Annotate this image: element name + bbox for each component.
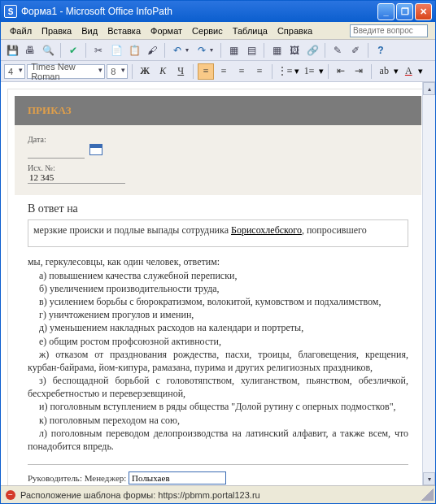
help-question-box[interactable] xyxy=(350,24,428,37)
insert-row-icon[interactable]: ▤ xyxy=(243,42,259,59)
scroll-track[interactable] xyxy=(423,95,435,472)
list-item: г) уничтожением прогулов и именин, xyxy=(28,308,408,321)
undo-more[interactable]: ▾ xyxy=(185,46,192,54)
spellcheck-icon[interactable]: ✔ xyxy=(65,42,81,59)
font-color-more[interactable]: ▾ xyxy=(418,66,423,76)
list-item: д) уменьшением накладных расходов на кал… xyxy=(28,321,408,334)
indent-icon[interactable]: ⇥ xyxy=(351,63,367,80)
close-button[interactable]: ✕ xyxy=(415,3,432,20)
redo-icon[interactable]: ↷ xyxy=(194,42,210,59)
list-item: а) повышением качества служебной перепис… xyxy=(28,269,408,282)
align-left-icon[interactable]: ≡ xyxy=(198,63,214,80)
font-color-icon[interactable]: A xyxy=(400,63,416,80)
date-label: Дата: xyxy=(28,135,408,144)
response-textbox[interactable]: мерзкие происки и подлые выпады сотрудни… xyxy=(28,219,408,247)
body-text[interactable]: мы, геркулесовцы, как один человек, отве… xyxy=(28,255,408,453)
copy-icon[interactable]: 📄 xyxy=(108,42,124,59)
status-bar: − Расположение шаблона формы: https://pb… xyxy=(1,485,435,503)
response-text-pre: мерзкие происки и подлые выпады сотрудни… xyxy=(33,224,231,236)
date-input[interactable] xyxy=(28,147,85,159)
window-titlebar: S Форма1 - Microsoft Office InfoPath _ ❐… xyxy=(1,1,435,22)
menu-edit[interactable]: Правка xyxy=(37,24,76,37)
list-item: и) поголовным вступлением в ряды обществ… xyxy=(28,400,408,413)
cut-icon[interactable]: ✂ xyxy=(90,42,107,59)
highlight-icon[interactable]: ab xyxy=(376,63,392,80)
list-item: б) увеличением производительности труда, xyxy=(28,282,408,295)
menu-service[interactable]: Сервис xyxy=(187,24,228,37)
vertical-scrollbar[interactable]: ▴ ▾ xyxy=(422,82,435,485)
save-icon[interactable]: 💾 xyxy=(4,42,20,59)
scroll-down-button[interactable]: ▾ xyxy=(423,472,435,485)
style-combo[interactable]: 4 xyxy=(4,64,25,79)
align-right-icon[interactable]: ≡ xyxy=(233,63,250,80)
response-label: В ответ на xyxy=(28,202,408,217)
manager-label: Руководитель: Менеджер: xyxy=(28,473,126,483)
help-question-input[interactable] xyxy=(350,24,428,37)
highlight-more[interactable]: ▾ xyxy=(394,66,399,76)
italic-icon[interactable]: К xyxy=(155,63,171,80)
page-title: ПРИКАЗ xyxy=(15,96,421,125)
undo-icon[interactable]: ↶ xyxy=(169,42,185,59)
menu-table[interactable]: Таблица xyxy=(228,24,272,37)
menu-file[interactable]: Файл xyxy=(5,24,37,37)
list-item: в) усилением борьбы с бюрократизмом, вол… xyxy=(28,295,408,308)
list-item: л) поголовным переводом делопроизводства… xyxy=(28,427,408,453)
resize-grip[interactable] xyxy=(421,489,434,501)
bold-icon[interactable]: Ж xyxy=(137,63,153,80)
menu-insert[interactable]: Вставка xyxy=(102,24,146,37)
list-item: з) беспощадной борьбой с головотяпством,… xyxy=(28,374,408,400)
ink-entry-icon[interactable]: ✐ xyxy=(347,42,364,59)
outnum-label: Исх. №: xyxy=(28,163,408,172)
underline-icon[interactable]: Ч xyxy=(172,63,189,80)
manager-input[interactable] xyxy=(129,471,226,484)
scroll-up-button[interactable]: ▴ xyxy=(423,82,435,95)
align-center-icon[interactable]: ≡ xyxy=(216,63,232,80)
align-justify-icon[interactable]: ≡ xyxy=(251,63,268,80)
redo-more[interactable]: ▾ xyxy=(210,46,216,54)
list-item: е) общим ростом профсоюзной активности, xyxy=(28,335,408,348)
font-combo[interactable]: Times New Roman xyxy=(27,64,105,79)
window-title: Форма1 - Microsoft Office InfoPath xyxy=(21,6,376,17)
outnum-input[interactable] xyxy=(28,172,125,184)
insert-section-icon[interactable]: ▦ xyxy=(225,42,242,59)
body-intro: мы, геркулесовцы, как один человек, отве… xyxy=(28,256,220,267)
help-icon[interactable]: ? xyxy=(373,42,389,59)
response-text-post: , попросившего xyxy=(302,224,367,236)
status-icon: − xyxy=(6,490,15,500)
bullets-more[interactable]: ▾ xyxy=(294,66,299,76)
print-preview-icon[interactable]: 🔍 xyxy=(40,42,56,59)
format-painter-icon[interactable]: 🖌 xyxy=(144,42,160,59)
toolbar-formatting: 4 Times New Roman 8 Ж К Ч ≡ ≡ ≡ ≡ ⋮≡▾ 1≡… xyxy=(1,61,435,82)
list-item: ж) отказом от празднования рождества, па… xyxy=(28,348,408,374)
insert-picture-icon[interactable]: 🖼 xyxy=(286,42,303,59)
minimize-button[interactable]: _ xyxy=(377,3,395,20)
paste-icon[interactable]: 📋 xyxy=(126,42,142,59)
numbering-icon[interactable]: 1≡ xyxy=(301,63,317,80)
response-text-underlined: Борисохлебского xyxy=(231,224,302,236)
bullets-icon[interactable]: ⋮≡ xyxy=(277,63,293,80)
menu-help[interactable]: Справка xyxy=(272,24,317,37)
insert-table-icon[interactable]: ▦ xyxy=(268,42,285,59)
outdent-icon[interactable]: ⇤ xyxy=(333,63,349,80)
hyperlink-icon[interactable]: 🔗 xyxy=(304,42,320,59)
form-page: ПРИКАЗ Дата: Исх. №: В ответ на мерзкие … xyxy=(7,89,429,485)
numbering-more[interactable]: ▾ xyxy=(319,66,324,76)
divider xyxy=(28,464,408,465)
size-combo[interactable]: 8 xyxy=(107,64,128,79)
list-item: к) поголовным переходом на сою, xyxy=(28,414,408,427)
app-icon: S xyxy=(4,5,17,18)
menu-bar: Файл Правка Вид Вставка Формат Сервис Та… xyxy=(1,22,435,40)
menu-format[interactable]: Формат xyxy=(146,24,187,37)
calendar-icon[interactable] xyxy=(89,144,102,155)
print-icon[interactable]: 🖶 xyxy=(22,42,38,59)
document-area: ПРИКАЗ Дата: Исх. №: В ответ на мерзкие … xyxy=(1,82,435,485)
signature-icon[interactable]: ✎ xyxy=(329,42,346,59)
menu-view[interactable]: Вид xyxy=(76,24,102,37)
maximize-button[interactable]: ❐ xyxy=(396,3,413,20)
toolbar-standard: 💾 🖶 🔍 ✔ ✂ 📄 📋 🖌 ↶▾ ↷▾ ▦ ▤ ▦ 🖼 🔗 ✎ ✐ ? xyxy=(1,40,435,61)
status-text: Расположение шаблона формы: https://pbmm… xyxy=(20,490,260,500)
